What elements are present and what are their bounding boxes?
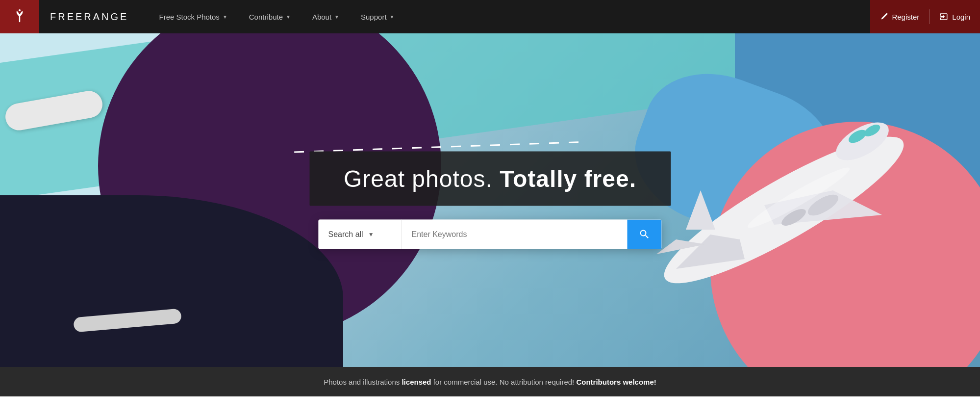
search-button[interactable] [627,220,661,249]
svg-marker-8 [686,190,715,230]
chevron-down-icon: ▼ [334,14,339,20]
nav-item-about[interactable]: About ▼ [302,0,350,33]
search-dropdown-label: Search all [328,230,363,239]
logo-box[interactable] [0,0,39,33]
nav-divider [929,9,930,24]
login-button[interactable]: Login [939,12,970,21]
search-dropdown[interactable]: Search all ▼ [318,220,402,249]
hero-title: Great photos. Totally free. [344,165,636,192]
search-bar: Search all ▼ [318,220,661,249]
register-button[interactable]: Register [880,13,919,21]
chevron-down-icon: ▼ [390,14,395,20]
chevron-down-icon: ▼ [286,14,291,20]
chevron-down-icon: ▼ [223,14,227,20]
search-input[interactable] [402,220,627,249]
brand-name: FREERANGE [50,11,128,23]
hero-section: Great photos. Totally free. Search all ▼ [0,33,980,367]
footer-text: Photos and illustrations licensed for co… [324,378,656,386]
nav-item-support[interactable]: Support ▼ [350,0,405,33]
svg-point-2 [19,9,21,11]
footer-bar: Photos and illustrations licensed for co… [0,367,980,396]
nav-links: Free Stock Photos ▼ Contribute ▼ About ▼… [148,0,870,33]
chevron-down-icon: ▼ [368,231,374,238]
hero-content: Great photos. Totally free. Search all ▼ [309,152,671,249]
brand-logo-icon [9,6,30,27]
hero-title-box: Great photos. Totally free. [309,152,671,206]
nav-auth-area: Register Login [870,0,980,33]
pencil-icon [880,13,888,21]
nav-item-contribute[interactable]: Contribute ▼ [238,0,302,33]
search-icon [638,229,650,240]
login-icon [939,12,948,21]
nav-item-free-stock-photos[interactable]: Free Stock Photos ▼ [148,0,238,33]
navbar: FREERANGE Free Stock Photos ▼ Contribute… [0,0,980,33]
